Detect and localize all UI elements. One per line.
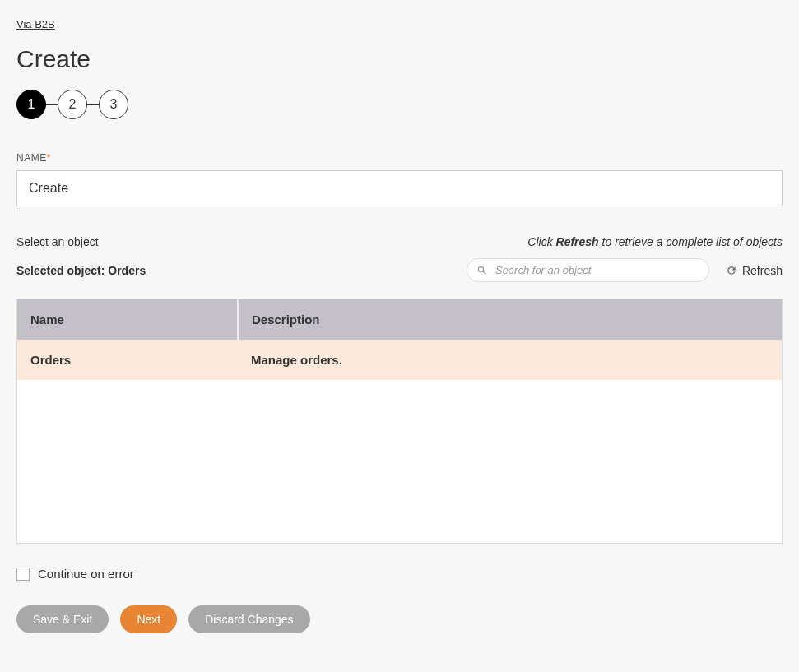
step-2[interactable]: 2 [58,90,87,119]
step-3[interactable]: 3 [99,90,128,119]
name-field-label: NAME* [16,152,783,164]
table-cell-name: Orders [17,340,238,380]
page-title: Create [16,45,783,73]
select-object-label: Select an object [16,235,99,248]
search-icon [476,265,488,276]
discard-changes-button[interactable]: Discard Changes [188,605,309,633]
search-wrapper [467,258,709,282]
step-connector [87,104,99,105]
table-header-name[interactable]: Name [17,299,238,340]
table-cell-description: Manage orders. [238,340,782,380]
continue-on-error-checkbox[interactable] [16,568,30,581]
step-1[interactable]: 1 [16,90,46,119]
search-input[interactable] [467,258,709,282]
stepper: 1 2 3 [16,90,783,119]
continue-on-error-label: Continue on error [38,567,134,581]
object-table-container[interactable]: Name Description Orders Manage orders. [16,299,783,544]
table-header-description[interactable]: Description [238,299,782,340]
selected-object-label: Selected object: Orders [16,264,146,277]
save-exit-button[interactable]: Save & Exit [16,605,109,633]
breadcrumb[interactable]: Via B2B [16,18,55,30]
refresh-icon [726,265,737,276]
refresh-hint: Click Refresh to retrieve a complete lis… [527,235,783,248]
object-table: Name Description Orders Manage orders. [17,299,782,380]
refresh-label: Refresh [742,264,783,277]
next-button[interactable]: Next [120,605,177,633]
step-connector [46,104,58,105]
refresh-button[interactable]: Refresh [726,264,783,277]
table-row[interactable]: Orders Manage orders. [17,340,782,380]
name-input[interactable] [16,170,783,206]
